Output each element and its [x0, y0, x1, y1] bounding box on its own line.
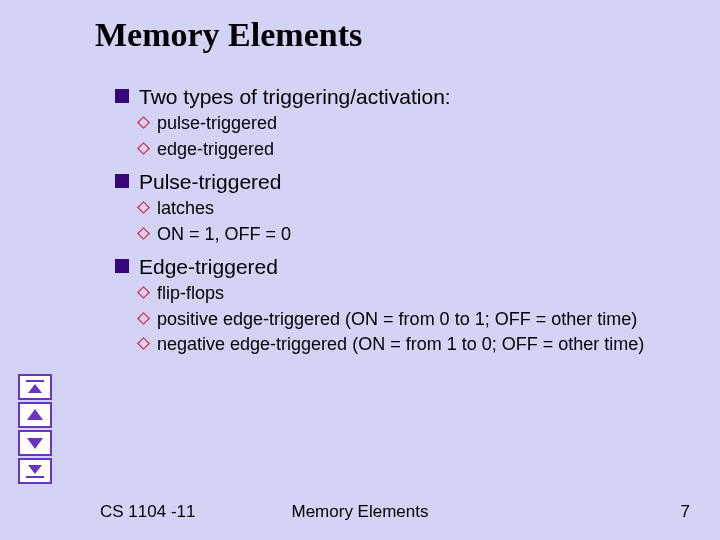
prev-icon	[24, 407, 46, 423]
sub-bullet-list: pulse-triggered edge-triggered	[139, 112, 680, 161]
bullet-level2: flip-flops	[139, 282, 680, 305]
diamond-bullet-icon	[139, 314, 149, 324]
first-icon	[24, 379, 46, 395]
slide-title: Memory Elements	[95, 16, 362, 54]
diamond-bullet-icon	[139, 229, 149, 239]
svg-marker-4	[28, 465, 42, 474]
bullet-level2: latches	[139, 197, 680, 220]
svg-rect-5	[26, 476, 44, 478]
square-bullet-icon	[115, 259, 129, 273]
sub-bullet-text: ON = 1, OFF = 0	[157, 223, 291, 246]
svg-marker-2	[27, 409, 43, 420]
sub-bullet-list: flip-flops positive edge-triggered (ON =…	[139, 282, 680, 356]
nav-last-button[interactable]	[18, 458, 52, 484]
next-icon	[24, 435, 46, 451]
sub-bullet-text: negative edge-triggered (ON = from 1 to …	[157, 333, 644, 356]
sub-bullet-text: pulse-triggered	[157, 112, 277, 135]
bullet-level2: positive edge-triggered (ON = from 0 to …	[139, 308, 680, 331]
bullet-level2: negative edge-triggered (ON = from 1 to …	[139, 333, 680, 356]
sub-bullet-text: edge-triggered	[157, 138, 274, 161]
diamond-bullet-icon	[139, 339, 149, 349]
footer-page-number: 7	[681, 502, 690, 522]
diamond-bullet-icon	[139, 288, 149, 298]
square-bullet-icon	[115, 89, 129, 103]
diamond-bullet-icon	[139, 118, 149, 128]
diamond-bullet-icon	[139, 203, 149, 213]
slide: Memory Elements Two types of triggering/…	[0, 0, 720, 540]
nav-next-button[interactable]	[18, 430, 52, 456]
bullet-level2: edge-triggered	[139, 138, 680, 161]
slide-content: Two types of triggering/activation: puls…	[115, 78, 680, 364]
svg-marker-3	[27, 438, 43, 449]
bullet-level2: ON = 1, OFF = 0	[139, 223, 680, 246]
footer-center: Memory Elements	[0, 502, 720, 522]
bullet-text: Two types of triggering/activation:	[139, 84, 451, 110]
square-bullet-icon	[115, 174, 129, 188]
bullet-text: Edge-triggered	[139, 254, 278, 280]
bullet-level1: Two types of triggering/activation:	[115, 84, 680, 110]
svg-marker-1	[28, 384, 42, 393]
nav-buttons	[18, 374, 54, 486]
svg-rect-0	[26, 380, 44, 382]
bullet-level1: Edge-triggered	[115, 254, 680, 280]
sub-bullet-list: latches ON = 1, OFF = 0	[139, 197, 680, 246]
bullet-text: Pulse-triggered	[139, 169, 281, 195]
diamond-bullet-icon	[139, 144, 149, 154]
last-icon	[24, 463, 46, 479]
nav-first-button[interactable]	[18, 374, 52, 400]
sub-bullet-text: positive edge-triggered (ON = from 0 to …	[157, 308, 637, 331]
bullet-level1: Pulse-triggered	[115, 169, 680, 195]
sub-bullet-text: flip-flops	[157, 282, 224, 305]
slide-footer: CS 1104 -11 Memory Elements 7	[0, 500, 720, 522]
nav-prev-button[interactable]	[18, 402, 52, 428]
sub-bullet-text: latches	[157, 197, 214, 220]
bullet-level2: pulse-triggered	[139, 112, 680, 135]
